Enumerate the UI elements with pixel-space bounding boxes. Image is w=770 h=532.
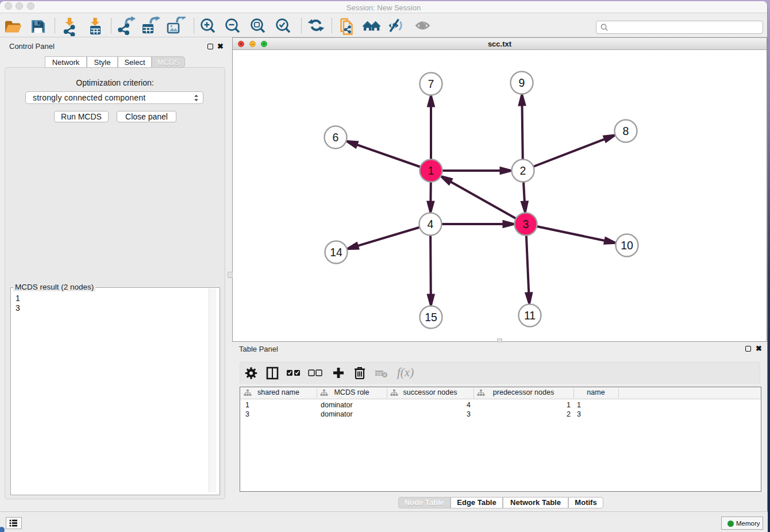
svg-text:11: 11 <box>524 309 536 322</box>
svg-text:7: 7 <box>428 78 434 90</box>
svg-text:4: 4 <box>428 218 434 230</box>
svg-text:14: 14 <box>330 246 342 259</box>
svg-text:15: 15 <box>425 311 437 323</box>
svg-text:6: 6 <box>333 131 339 144</box>
svg-text:10: 10 <box>621 239 633 252</box>
svg-text:1: 1 <box>428 164 434 177</box>
svg-text:f(x): f(x) <box>397 365 414 379</box>
svg-text:3: 3 <box>523 218 529 230</box>
svg-text:8: 8 <box>623 125 629 137</box>
svg-text:2: 2 <box>520 164 526 177</box>
svg-text:9: 9 <box>519 76 525 89</box>
